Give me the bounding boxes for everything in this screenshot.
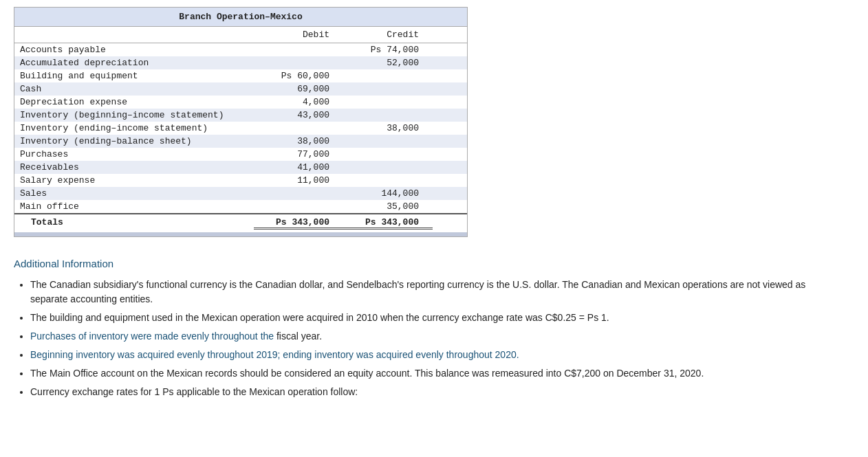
row-credit xyxy=(343,175,433,186)
row-debit xyxy=(254,123,343,133)
table-row: Depreciation expense 4,000 xyxy=(14,96,467,109)
totals-credit: Ps 343,000 xyxy=(343,217,433,230)
row-debit xyxy=(254,201,343,212)
table-row: Accumulated depreciation 52,000 xyxy=(14,56,467,69)
row-debit xyxy=(254,58,343,68)
row-credit: 35,000 xyxy=(343,201,433,212)
info-list: The Canadian subsidiary's functional cur… xyxy=(14,278,825,399)
row-name: Receivables xyxy=(20,162,254,172)
table-row: Sales 144,000 xyxy=(14,187,467,200)
row-debit xyxy=(254,45,343,55)
row-debit: 77,000 xyxy=(254,149,343,159)
row-debit: 4,000 xyxy=(254,97,343,107)
additional-info-heading: Additional Information xyxy=(14,258,825,269)
table-body: Accounts payable Ps 74,000 Accumulated d… xyxy=(14,43,467,213)
table-row: Inventory (ending–balance sheet) 38,000 xyxy=(14,135,467,148)
col-name-header xyxy=(20,30,254,40)
row-debit: 41,000 xyxy=(254,162,343,172)
row-credit xyxy=(343,149,433,159)
row-credit xyxy=(343,71,433,81)
row-credit: 144,000 xyxy=(343,188,433,199)
table-row: Salary expense 11,000 xyxy=(14,174,467,187)
row-debit: 38,000 xyxy=(254,136,343,146)
table-row: Inventory (ending–income statement) 38,0… xyxy=(14,122,467,135)
row-debit: Ps 60,000 xyxy=(254,71,343,81)
row-debit: 11,000 xyxy=(254,175,343,186)
list-item: The Main Office account on the Mexican r… xyxy=(30,366,825,381)
row-credit: 38,000 xyxy=(343,123,433,133)
table-row: Purchases 77,000 xyxy=(14,148,467,161)
table-row: Receivables 41,000 xyxy=(14,161,467,174)
bottom-border xyxy=(14,232,467,236)
row-name: Salary expense xyxy=(20,175,254,186)
row-credit: Ps 74,000 xyxy=(343,45,433,55)
row-debit xyxy=(254,188,343,199)
row-debit: 43,000 xyxy=(254,110,343,120)
additional-information-section: Additional Information The Canadian subs… xyxy=(14,258,825,399)
row-credit: 52,000 xyxy=(343,58,433,68)
row-name: Inventory (ending–income statement) xyxy=(20,123,254,133)
row-name: Accounts payable xyxy=(20,45,254,55)
row-name: Purchases xyxy=(20,149,254,159)
row-credit xyxy=(343,136,433,146)
row-credit xyxy=(343,84,433,94)
row-name: Accumulated depreciation xyxy=(20,58,254,68)
list-item: Currency exchange rates for 1 Ps applica… xyxy=(30,385,825,399)
totals-row: Totals Ps 343,000 Ps 343,000 xyxy=(14,213,467,232)
table-title: Branch Operation–Mexico xyxy=(14,8,467,27)
totals-debit: Ps 343,000 xyxy=(254,217,343,230)
table-row: Building and equipment Ps 60,000 xyxy=(14,69,467,82)
column-headers: Debit Credit xyxy=(14,27,467,43)
row-name: Main office xyxy=(20,201,254,212)
row-name: Cash xyxy=(20,84,254,94)
row-name: Building and equipment xyxy=(20,71,254,81)
table-row: Accounts payable Ps 74,000 xyxy=(14,43,467,56)
row-name: Sales xyxy=(20,188,254,199)
table-row: Cash 69,000 xyxy=(14,82,467,96)
col-debit-header: Debit xyxy=(254,30,343,40)
row-name: Depreciation expense xyxy=(20,97,254,107)
list-item: Purchases of inventory were made evenly … xyxy=(30,329,825,344)
list-item: The Canadian subsidiary's functional cur… xyxy=(30,278,825,306)
branch-operations-table: Branch Operation–Mexico Debit Credit Acc… xyxy=(14,7,468,237)
row-credit xyxy=(343,162,433,172)
row-credit xyxy=(343,110,433,120)
row-name: Inventory (ending–balance sheet) xyxy=(20,136,254,146)
row-credit xyxy=(343,97,433,107)
col-credit-header: Credit xyxy=(343,30,433,40)
table-row: Main office 35,000 xyxy=(14,200,467,213)
totals-label: Totals xyxy=(20,217,254,230)
list-item: The building and equipment used in the M… xyxy=(30,311,825,325)
list-item: Beginning inventory was acquired evenly … xyxy=(30,348,825,362)
row-debit: 69,000 xyxy=(254,84,343,94)
table-row: Inventory (beginning–income statement) 4… xyxy=(14,109,467,122)
row-name: Inventory (beginning–income statement) xyxy=(20,110,254,120)
